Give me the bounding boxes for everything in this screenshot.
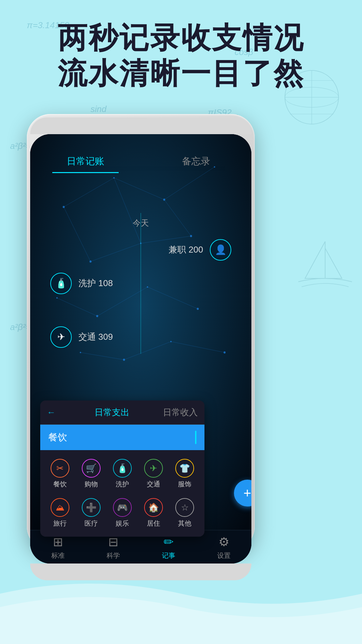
svg-marker-7 [325, 248, 342, 278]
wifi-icon: ▪▪▪ [53, 138, 60, 146]
grid-item-fushi[interactable]: 👕 服饰 [171, 455, 199, 492]
nav-label-standard: 标准 [51, 551, 65, 560]
nav-item-settings[interactable]: ⚙ 设置 [196, 535, 251, 560]
dropdown-selected-label: 餐饮 [48, 431, 67, 444]
app-tabs[interactable]: 日常记账 备忘录 [30, 150, 251, 174]
grid-label-gouwu: 购物 [84, 480, 98, 489]
grid-icon-jiaotong: ✈ [144, 459, 163, 478]
grid-label-juzhu: 居住 [147, 519, 160, 528]
dropdown-title: 日常支出 [61, 407, 163, 418]
tx-label-1: 洗护 108 [78, 277, 113, 289]
grid-label-yiliao: 医疗 [84, 519, 98, 528]
signal-icon: 4G [40, 138, 50, 146]
expense-label: 9月支出 [44, 180, 141, 193]
nav-item-notes[interactable]: ✏ 记事 [141, 535, 196, 560]
grid-label-fushi: 服饰 [178, 480, 191, 489]
grid-icon-yiliao: ➕ [82, 498, 101, 517]
battery-icon: 🔋 [232, 138, 241, 146]
grid-label-qita: 其他 [178, 519, 191, 528]
income-value: 1700.0 [141, 193, 238, 206]
grid-item-gouwu[interactable]: 🛒 购物 [77, 455, 105, 492]
tab-daily-accounting[interactable]: 日常记账 [30, 150, 141, 173]
grid-item-lvxing[interactable]: ⛰ 旅行 [46, 495, 74, 531]
svg-point-21 [123, 359, 125, 361]
dropdown-back-btn[interactable]: ← [47, 407, 56, 418]
grid-label-canyin: 餐饮 [53, 480, 67, 489]
fab-add-button[interactable]: + [234, 480, 251, 506]
grid-item-jiaotong[interactable]: ✈ 交通 [139, 455, 168, 492]
heading-line1: 两秒记录收支情况 [0, 20, 362, 56]
dropdown-title2: 日常收入 [163, 407, 198, 418]
status-bar: 4G ▪▪▪ ⌼ 15:42 37% 🔋 [30, 134, 251, 150]
grid-item-xihu[interactable]: 🧴 洗护 [108, 455, 136, 492]
income-label: 9月收入 [141, 180, 238, 193]
grid-icon-xihu: 🧴 [113, 459, 132, 478]
tx-icon-0: 👤 [210, 239, 231, 261]
expense-stat: 9月支出 893.0 [44, 180, 141, 206]
dropdown-selected-bar [195, 431, 196, 444]
grid-icon-gouwu: 🛒 [82, 459, 101, 478]
tx-label-2: 交通 309 [78, 331, 113, 343]
nav-label-settings: 设置 [217, 551, 231, 560]
grid-icon-qita: ☆ [175, 498, 194, 517]
grid-icon-juzhu: 🏠 [144, 498, 163, 517]
tx-icon-2: ✈ [50, 326, 72, 348]
dropdown-selected-item[interactable]: 餐饮 [40, 425, 204, 450]
heading-line2: 流水清晰一目了然 [0, 56, 362, 91]
tab-memo[interactable]: 备忘录 [141, 150, 251, 173]
battery-pct: 37% [215, 138, 230, 146]
grid-item-juzhu[interactable]: 🏠 居住 [139, 495, 168, 531]
dropdown-grid: ✂ 餐饮 🛒 购物 🧴 洗护 ✈ 交通 [40, 450, 204, 537]
status-time: 15:42 [132, 138, 150, 146]
grid-label-xihu: 洗护 [116, 480, 129, 489]
nav-label-science: 科学 [107, 551, 120, 560]
nav-label-notes: 记事 [162, 551, 175, 560]
nav-icon-standard: ⊞ [53, 535, 63, 549]
grid-label-yule: 娱乐 [116, 519, 129, 528]
grid-icon-canyin: ✂ [51, 459, 69, 478]
dropdown-header: ← 日常支出 日常收入 [40, 400, 204, 425]
status-left: 4G ▪▪▪ ⌼ [40, 138, 68, 146]
nav-icon-settings: ⚙ [219, 535, 229, 549]
transaction-list: 今天 兼职 200 👤 🧴 洗护 108 ✈ 交通 309 [30, 213, 251, 354]
grid-label-jiaotong: 交通 [147, 480, 160, 489]
tx-item-2: ✈ 交通 309 [30, 320, 251, 354]
grid-icon-yule: 🎮 [113, 498, 132, 517]
nav-icon-notes: ✏ [164, 535, 174, 549]
deco-sailboat [295, 235, 355, 295]
top-heading-section: 两秒记录收支情况 流水清晰一目了然 [0, 20, 362, 91]
expense-value: 893.0 [44, 193, 141, 206]
tx-label-0: 兼职 200 [169, 244, 203, 256]
grid-item-qita[interactable]: ☆ 其他 [171, 495, 199, 531]
nav-item-science[interactable]: ⊟ 科学 [85, 535, 141, 560]
svg-marker-6 [305, 241, 325, 278]
wifi-sym: ⌼ [63, 138, 68, 146]
stats-row: 9月支出 893.0 9月收入 1700.0 [30, 174, 251, 213]
nav-icon-science: ⊟ [108, 535, 118, 549]
grid-label-lvxing: 旅行 [53, 519, 67, 528]
grid-item-canyin[interactable]: ✂ 餐饮 [46, 455, 74, 492]
dropdown-panel[interactable]: ← 日常支出 日常收入 餐饮 ✂ 餐饮 🛒 购物 [40, 400, 204, 537]
phone-mockup: 4G ▪▪▪ ⌼ 15:42 37% 🔋 日常记账 备忘录 [27, 114, 255, 550]
grid-item-yiliao[interactable]: ➕ 医疗 [77, 495, 105, 531]
income-stat: 9月收入 1700.0 [141, 180, 238, 206]
grid-icon-lvxing: ⛰ [51, 498, 69, 517]
grid-item-yule[interactable]: 🎮 娱乐 [108, 495, 136, 531]
tx-icon-1: 🧴 [50, 273, 72, 294]
grid-icon-fushi: 👕 [175, 459, 194, 478]
nav-item-standard[interactable]: ⊞ 标准 [30, 535, 85, 560]
status-right: 37% 🔋 [215, 138, 241, 146]
